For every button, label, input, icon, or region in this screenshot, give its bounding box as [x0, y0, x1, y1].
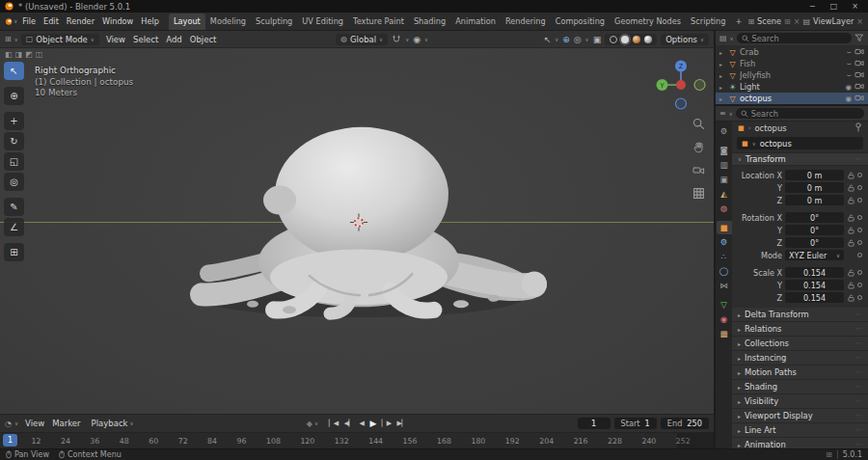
- current-frame-field[interactable]: 1: [578, 418, 610, 429]
- timeline-ruler[interactable]: 1 11224364860728496108120132144156168180…: [0, 432, 714, 448]
- viewlayer-selector[interactable]: ViewLayer: [813, 16, 854, 26]
- workspace-tab[interactable]: Sculpting: [251, 14, 297, 30]
- animate-dot-icon[interactable]: [857, 240, 862, 245]
- tool-button[interactable]: ✎: [4, 198, 24, 216]
- tool-button[interactable]: ◎: [4, 173, 24, 191]
- value-field[interactable]: 0°: [785, 212, 844, 223]
- value-field[interactable]: 0°: [785, 225, 844, 235]
- select-new-icon[interactable]: ◧: [5, 50, 13, 59]
- close-button[interactable]: ×: [847, 2, 863, 11]
- scene-selector[interactable]: Scene: [757, 16, 781, 26]
- eye-closed-icon[interactable]: ⌣: [847, 47, 852, 57]
- ortho-toggle-icon[interactable]: [692, 187, 705, 202]
- expand-icon[interactable]: ▸: [719, 95, 725, 102]
- panel-section-header[interactable]: ▸ Visibility ⋯: [732, 394, 868, 409]
- workspace-tab[interactable]: Rendering: [501, 14, 551, 30]
- animate-dot-icon[interactable]: [857, 253, 862, 257]
- properties-tab[interactable]: ▩: [717, 327, 732, 340]
- workspace-tab[interactable]: Scripting: [686, 14, 730, 30]
- properties-tab[interactable]: ⚙: [717, 235, 732, 249]
- menu-item[interactable]: Render: [63, 14, 98, 28]
- expand-icon[interactable]: ▸: [719, 72, 725, 79]
- animate-dot-icon[interactable]: [857, 215, 862, 220]
- xray-icon[interactable]: ▣: [593, 35, 602, 44]
- object-name-field[interactable]: ■ ∨ octopus: [737, 137, 863, 149]
- value-field[interactable]: 0 m: [785, 195, 844, 205]
- outliner-item[interactable]: ▸ ▽ Fish ⌣: [716, 58, 868, 69]
- viewport-menu-item[interactable]: Add: [162, 33, 185, 46]
- outliner-item[interactable]: ▸ ▽ octopus ◉: [716, 93, 868, 104]
- render-visibility-icon[interactable]: [854, 60, 864, 68]
- lock-icon[interactable]: [848, 269, 854, 277]
- value-field[interactable]: XYZ Euler ∨: [785, 250, 844, 260]
- properties-tab[interactable]: ◯: [717, 264, 732, 278]
- transport-button[interactable]: ▏◀: [327, 419, 340, 428]
- playhead[interactable]: 1: [3, 434, 17, 446]
- workspace-tab[interactable]: Modeling: [205, 14, 251, 30]
- new-scene-icon[interactable]: ⊞: [784, 17, 791, 26]
- animate-dot-icon[interactable]: [857, 173, 862, 177]
- tool-button[interactable]: ↖: [4, 62, 24, 80]
- value-field[interactable]: 0 m: [785, 182, 844, 193]
- viewport-menu-item[interactable]: Object: [186, 33, 221, 46]
- workspace-tab[interactable]: Geometry Nodes: [610, 14, 686, 30]
- properties-tab[interactable]: ⋈: [717, 279, 732, 292]
- transport-button[interactable]: ▶: [367, 418, 377, 429]
- workspace-tab[interactable]: Animation: [450, 14, 501, 30]
- render-visibility-icon[interactable]: [854, 95, 864, 103]
- eye-open-icon[interactable]: ◉: [845, 95, 852, 103]
- properties-tab[interactable]: ▥: [717, 158, 732, 172]
- tool-button[interactable]: +: [4, 112, 24, 130]
- shading-material-icon[interactable]: [633, 36, 640, 43]
- properties-tab[interactable]: ◍: [717, 202, 732, 215]
- select-subtract-icon[interactable]: ◩: [25, 50, 33, 59]
- animate-dot-icon[interactable]: [857, 185, 862, 190]
- mode-selector[interactable]: ▢ Object Mode ∨: [21, 34, 99, 45]
- render-visibility-icon[interactable]: [854, 71, 864, 80]
- camera-view-icon[interactable]: [692, 164, 705, 178]
- outliner-item[interactable]: ▸ ▽ Crab ⌣: [716, 46, 868, 58]
- expand-icon[interactable]: ▸: [719, 49, 725, 56]
- eye-closed-icon[interactable]: ⌣: [847, 70, 852, 80]
- transport-button[interactable]: ▶▏: [395, 419, 409, 428]
- eye-closed-icon[interactable]: ⌣: [847, 59, 852, 68]
- panel-section-header[interactable]: ▸ Instancing ⋯: [732, 351, 868, 365]
- lock-icon[interactable]: [848, 214, 854, 222]
- end-frame-field[interactable]: End250: [661, 418, 709, 429]
- properties-tab[interactable]: ∴: [717, 250, 732, 263]
- panel-section-header[interactable]: ▸ Collections ⋯: [732, 337, 868, 351]
- render-visibility-icon[interactable]: [854, 83, 864, 92]
- transform-panel-header[interactable]: ∨ Transform ⋯: [732, 152, 868, 166]
- options-dropdown[interactable]: Options ∨: [661, 34, 709, 45]
- value-field[interactable]: 0°: [785, 237, 844, 248]
- blender-menu-icon[interactable]: [5, 15, 13, 28]
- menu-item[interactable]: Help: [137, 14, 163, 28]
- menu-item[interactable]: Edit: [40, 14, 63, 28]
- expand-icon[interactable]: ▸: [719, 84, 725, 91]
- properties-tab[interactable]: ⚙: [717, 124, 732, 138]
- outliner-editor-icon[interactable]: ▤: [719, 34, 727, 42]
- shading-rendered-icon[interactable]: [644, 36, 652, 43]
- animate-dot-icon[interactable]: [857, 228, 862, 232]
- zoom-icon[interactable]: [692, 118, 705, 132]
- panel-section-header[interactable]: ▸ Animation ⋯: [732, 438, 868, 448]
- select-intersect-icon[interactable]: ◫: [36, 50, 43, 59]
- shading-wireframe-icon[interactable]: [610, 36, 617, 43]
- snap-magnet-icon[interactable]: [392, 35, 401, 44]
- workspace-tab[interactable]: Shading: [409, 14, 450, 30]
- panel-section-header[interactable]: ▸ Delta Transform ⋯: [732, 308, 868, 322]
- panel-section-header[interactable]: ▸ Motion Paths ⋯: [732, 365, 868, 380]
- eye-open-icon[interactable]: ◉: [845, 83, 852, 92]
- navigation-gizmo[interactable]: Z Y: [654, 58, 708, 112]
- tool-button[interactable]: ∠: [4, 218, 24, 236]
- transport-button[interactable]: ◀: [357, 419, 366, 428]
- expand-icon[interactable]: ▸: [719, 61, 725, 68]
- animate-dot-icon[interactable]: [857, 270, 862, 275]
- workspace-tab[interactable]: Texture Paint: [348, 14, 409, 30]
- animate-dot-icon[interactable]: [857, 283, 862, 287]
- properties-tab[interactable]: ■: [717, 221, 732, 234]
- panel-section-header[interactable]: ▸ Relations ⋯: [732, 322, 868, 337]
- properties-tab[interactable]: ◉: [717, 312, 732, 326]
- keying-icon[interactable]: ◆: [307, 419, 312, 428]
- editor-type-icon[interactable]: ⊞: [5, 35, 12, 43]
